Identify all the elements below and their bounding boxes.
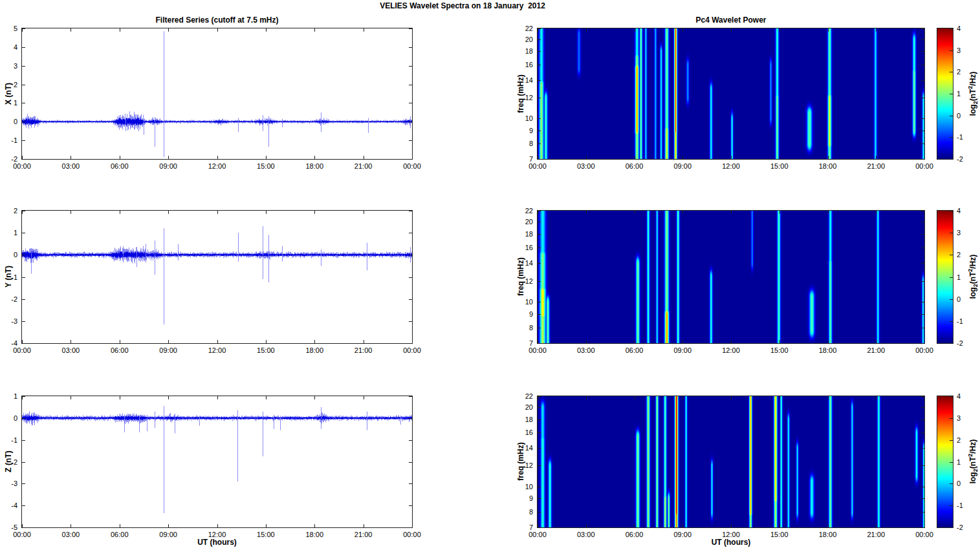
tick-label: 09:00 bbox=[667, 162, 698, 170]
tick-label: 1 bbox=[0, 392, 17, 400]
tick-label: 4 bbox=[957, 25, 972, 32]
colorbar bbox=[937, 28, 953, 160]
tick-label: 00:00 bbox=[522, 162, 553, 170]
tick-label: 00:00 bbox=[909, 162, 940, 170]
tick-label: 06:00 bbox=[104, 346, 135, 354]
tick-label: 00:00 bbox=[6, 162, 38, 170]
tick-label: 12:00 bbox=[715, 346, 746, 354]
tick-label: 12:00 bbox=[202, 346, 233, 354]
tick-label: 12:00 bbox=[715, 162, 746, 170]
tick-label: 00:00 bbox=[522, 346, 553, 354]
z-timeseries-plot bbox=[21, 396, 413, 528]
ut-hours-axis-label-right: UT (hours) bbox=[537, 538, 925, 547]
tick-label: 5 bbox=[0, 25, 17, 32]
tick-label: 09:00 bbox=[667, 346, 698, 354]
tick-label: 09:00 bbox=[667, 531, 698, 538]
tick-label: 09:00 bbox=[153, 346, 184, 354]
figure-title: VELIES Wavelet Spectra on 18 January 201… bbox=[0, 1, 925, 10]
tick-label: -2 bbox=[0, 295, 17, 303]
tick-label: 22 bbox=[511, 207, 533, 215]
tick-label: 3 bbox=[957, 414, 972, 422]
tick-label: 9 bbox=[511, 494, 533, 502]
x-spectrogram-heatmap bbox=[537, 28, 925, 160]
tick-label: 00:00 bbox=[397, 531, 428, 538]
colorbar-unit-sub: 2 bbox=[972, 101, 979, 104]
tick-label: 00:00 bbox=[397, 162, 428, 170]
tick-label: 03:00 bbox=[55, 531, 86, 538]
tick-label: 06:00 bbox=[104, 531, 135, 538]
colorbar-unit-sup: 2 bbox=[967, 454, 974, 457]
z-timeseries-panel: Z (nT) UT (hours) 00:0003:0006:0009:0012… bbox=[21, 396, 413, 528]
tick-label: 14 bbox=[511, 76, 533, 84]
tick-label: 0 bbox=[957, 112, 972, 120]
tick-label: 21:00 bbox=[348, 346, 379, 354]
tick-label: 1 bbox=[957, 273, 972, 281]
tick-label: 06:00 bbox=[619, 346, 650, 354]
tick-label: 00:00 bbox=[522, 531, 553, 538]
colorbar bbox=[937, 210, 953, 344]
tick-label: 14 bbox=[511, 444, 533, 452]
tick-label: 7 bbox=[511, 524, 533, 531]
tick-label: -1 bbox=[957, 502, 972, 509]
ut-hours-axis-label-left: UT (hours) bbox=[21, 538, 413, 547]
tick-label: 15:00 bbox=[764, 162, 795, 170]
tick-label: -3 bbox=[0, 480, 17, 487]
tick-label: 06:00 bbox=[619, 162, 650, 170]
tick-label: 2 bbox=[957, 251, 972, 259]
tick-label: 12:00 bbox=[202, 531, 233, 538]
tick-label: 12 bbox=[511, 277, 533, 285]
tick-label: 12:00 bbox=[202, 162, 233, 170]
tick-label: 15:00 bbox=[250, 162, 281, 170]
tick-label: 8 bbox=[511, 324, 533, 332]
tick-label: 18:00 bbox=[299, 162, 330, 170]
tick-label: 15:00 bbox=[764, 346, 795, 354]
tick-label: 15:00 bbox=[764, 531, 795, 538]
tick-label: 00:00 bbox=[397, 346, 428, 354]
filtered-series-title: Filtered Series (cutoff at 7.5 mHz) bbox=[21, 16, 413, 25]
tick-label: 03:00 bbox=[55, 162, 86, 170]
tick-label: -4 bbox=[0, 339, 17, 347]
y-timeseries-panel: Y (nT) 00:0003:0006:0009:0012:0015:0018:… bbox=[21, 210, 413, 344]
tick-label: 03:00 bbox=[571, 346, 602, 354]
tick-label: -2 bbox=[0, 155, 17, 163]
tick-label: 7 bbox=[511, 155, 533, 163]
tick-label: -1 bbox=[0, 273, 17, 281]
tick-label: 0 bbox=[0, 118, 17, 125]
tick-label: 15:00 bbox=[250, 531, 281, 538]
tick-label: 18 bbox=[511, 416, 533, 423]
tick-label: 21:00 bbox=[348, 531, 379, 538]
tick-label: 21:00 bbox=[348, 162, 379, 170]
z-spectrogram-heatmap bbox=[537, 396, 925, 528]
tick-label: 18 bbox=[511, 47, 533, 55]
tick-label: -1 bbox=[0, 136, 17, 144]
x-timeseries-plot bbox=[21, 28, 413, 160]
tick-label: 06:00 bbox=[619, 531, 650, 538]
tick-label: 06:00 bbox=[104, 162, 135, 170]
tick-label: 1 bbox=[0, 229, 17, 237]
tick-label: 18 bbox=[511, 230, 533, 238]
tick-label: 16 bbox=[511, 428, 533, 436]
tick-label: 0 bbox=[0, 414, 17, 422]
tick-label: 8 bbox=[511, 508, 533, 516]
tick-label: 1 bbox=[957, 458, 972, 466]
tick-label: 3 bbox=[0, 62, 17, 70]
tick-label: 12:00 bbox=[715, 531, 746, 538]
tick-label: 22 bbox=[511, 392, 533, 400]
tick-label: 21:00 bbox=[860, 346, 891, 354]
colorbar-unit-sup: 2 bbox=[967, 86, 974, 89]
tick-label: 1 bbox=[957, 90, 972, 98]
tick-label: 0 bbox=[957, 295, 972, 303]
tick-label: -3 bbox=[0, 317, 17, 325]
colorbar-unit-sub: 2 bbox=[972, 284, 979, 287]
tick-label: 3 bbox=[957, 229, 972, 237]
tick-label: -1 bbox=[957, 133, 972, 141]
tick-label: 03:00 bbox=[571, 162, 602, 170]
y-timeseries-plot bbox=[21, 210, 413, 344]
tick-label: 2 bbox=[0, 81, 17, 89]
tick-label: -1 bbox=[957, 317, 972, 325]
tick-label: 18:00 bbox=[812, 346, 844, 354]
tick-label: -5 bbox=[0, 524, 17, 531]
tick-label: 14 bbox=[511, 259, 533, 267]
tick-label: 9 bbox=[511, 310, 533, 318]
tick-label: 18:00 bbox=[812, 531, 844, 538]
